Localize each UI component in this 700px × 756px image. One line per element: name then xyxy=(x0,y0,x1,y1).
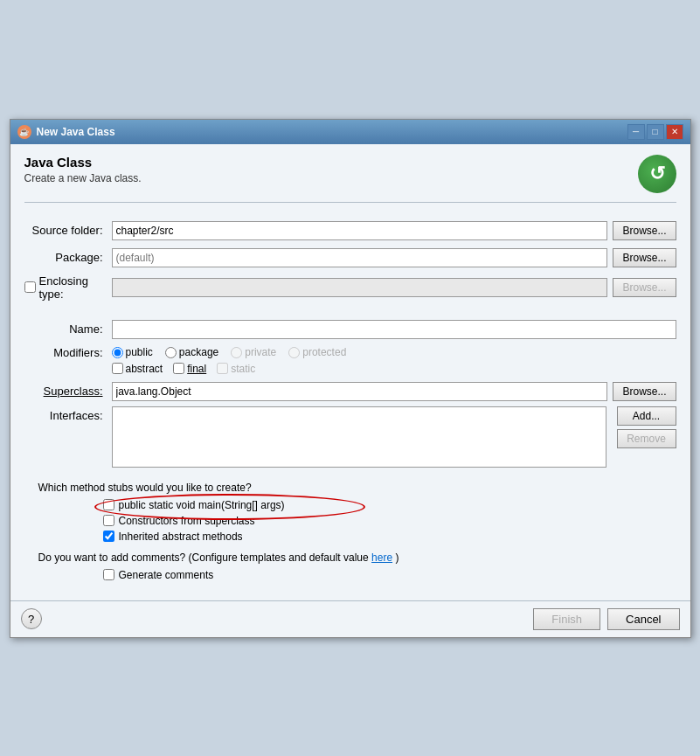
interfaces-add-button[interactable]: Add... xyxy=(617,406,676,426)
footer: ? Finish Cancel xyxy=(10,600,690,637)
superclass-browse-button[interactable]: Browse... xyxy=(613,382,676,401)
modifier-private-label: private xyxy=(245,346,276,358)
enclosing-type-label: Enclosing type: xyxy=(39,274,103,301)
dialog-content: Java Class Create a new Java class. ↺ So… xyxy=(10,144,690,600)
title-bar: ☕ New Java Class ─ □ ✕ xyxy=(10,120,690,144)
comments-question-text: Do you want to add comments? (Configure … xyxy=(38,551,369,564)
constructors-label: Constructors from superclass xyxy=(119,515,255,527)
inherited-item: Inherited abstract methods xyxy=(103,531,676,543)
name-input[interactable] xyxy=(112,320,676,339)
main-method-checkbox[interactable] xyxy=(103,499,114,510)
main-method-item: public static void main(String[] args) xyxy=(103,499,676,511)
modifier-final-item: final xyxy=(173,363,206,375)
modifier-protected-label: protected xyxy=(302,346,346,358)
modifier-public-radio[interactable] xyxy=(112,347,123,358)
modifier-protected-radio xyxy=(288,347,300,358)
package-browse-button[interactable]: Browse... xyxy=(613,248,676,267)
package-row: Package: Browse... xyxy=(24,247,676,268)
interfaces-box xyxy=(112,406,606,468)
enclosing-type-checkbox[interactable] xyxy=(24,281,36,293)
comments-section: Do you want to add comments? (Configure … xyxy=(24,551,676,581)
name-row: Name: xyxy=(24,319,676,340)
enclosing-type-browse-button: Browse... xyxy=(613,278,676,297)
modifier-static-checkbox xyxy=(217,363,228,374)
modifier-static-item: static xyxy=(217,363,255,375)
window-title: New Java Class xyxy=(37,126,115,138)
title-bar-left: ☕ New Java Class xyxy=(17,125,115,139)
header-section: Java Class Create a new Java class. ↺ xyxy=(24,155,676,203)
modifier-radio-group: public package private protected xyxy=(112,346,347,358)
dialog-title: Java Class xyxy=(24,155,142,170)
title-controls: ─ □ ✕ xyxy=(627,124,683,140)
modifiers-label: Modifiers: xyxy=(24,346,112,359)
modifier-package-radio[interactable] xyxy=(165,347,177,358)
superclass-input[interactable] xyxy=(112,382,608,401)
cancel-button[interactable]: Cancel xyxy=(607,608,679,630)
footer-buttons: Finish Cancel xyxy=(533,608,679,630)
enclosing-type-row: Enclosing type: Browse... xyxy=(24,274,676,301)
constructors-checkbox[interactable] xyxy=(103,515,114,526)
modifier-public-label: public xyxy=(126,346,153,358)
maximize-button[interactable]: □ xyxy=(647,124,664,140)
form-section: Source folder: Browse... Package: Browse… xyxy=(24,213,676,482)
comments-here-link[interactable]: here xyxy=(371,551,392,564)
interfaces-remove-button: Remove xyxy=(617,429,676,448)
modifier-abstract-label: abstract xyxy=(126,363,163,375)
modifier-package-item: package xyxy=(165,346,218,358)
generate-comments-label: Generate comments xyxy=(119,569,214,581)
method-stubs-title: Which method stubs would you like to cre… xyxy=(24,482,676,494)
main-method-label: public static void main(String[] args) xyxy=(119,499,285,511)
modifier-abstract-checkbox[interactable] xyxy=(112,363,123,374)
window-icon: ☕ xyxy=(17,125,31,139)
modifier-final-label: final xyxy=(187,363,206,375)
modifier-final-checkbox[interactable] xyxy=(173,363,184,374)
package-input[interactable] xyxy=(112,248,608,267)
comments-question-end: ) xyxy=(395,551,399,564)
modifier-abstract-item: abstract xyxy=(112,363,163,375)
source-folder-label: Source folder: xyxy=(24,224,112,237)
modifier-private-radio xyxy=(231,347,242,358)
comments-question: Do you want to add comments? (Configure … xyxy=(38,551,676,564)
modifier-public-item: public xyxy=(112,346,153,358)
inherited-label: Inherited abstract methods xyxy=(119,531,243,543)
header-text: Java Class Create a new Java class. xyxy=(24,155,142,184)
modifier-static-label: static xyxy=(231,363,255,375)
interfaces-label: Interfaces: xyxy=(24,406,112,422)
modifier-check-group: abstract final static xyxy=(24,363,676,375)
close-button[interactable]: ✕ xyxy=(666,124,683,140)
dialog-subtitle: Create a new Java class. xyxy=(24,172,142,184)
comments-check-row: Generate comments xyxy=(38,569,676,581)
package-label: Package: xyxy=(24,251,112,264)
method-stubs-list: public static void main(String[] args) C… xyxy=(24,499,676,543)
minimize-button[interactable]: ─ xyxy=(627,124,645,140)
finish-button: Finish xyxy=(533,608,600,630)
interfaces-buttons: Add... Remove xyxy=(612,406,676,448)
superclass-row: Superclass: Browse... xyxy=(24,382,676,401)
superclass-label: Superclass: xyxy=(24,385,112,398)
source-folder-row: Source folder: Browse... xyxy=(24,220,676,241)
modifier-package-label: package xyxy=(179,346,218,358)
inherited-checkbox[interactable] xyxy=(103,531,114,542)
modifier-private-item: private xyxy=(231,346,276,358)
new-java-class-dialog: ☕ New Java Class ─ □ ✕ Java Class Create… xyxy=(10,119,691,638)
modifiers-row: Modifiers: public package private xyxy=(24,346,676,359)
constructors-item: Constructors from superclass xyxy=(103,515,676,527)
modifier-protected-item: protected xyxy=(288,346,346,358)
generate-comments-checkbox[interactable] xyxy=(103,569,114,580)
interfaces-section: Interfaces: Add... Remove xyxy=(24,406,676,468)
source-folder-input[interactable] xyxy=(112,221,608,240)
method-stubs-section: Which method stubs would you like to cre… xyxy=(24,482,676,543)
enclosing-type-input xyxy=(112,278,608,297)
source-folder-browse-button[interactable]: Browse... xyxy=(613,221,676,240)
main-method-container: public static void main(String[] args) xyxy=(103,499,285,511)
help-button[interactable]: ? xyxy=(21,608,42,629)
name-label: Name: xyxy=(24,323,112,336)
eclipse-logo: ↺ xyxy=(638,155,676,193)
